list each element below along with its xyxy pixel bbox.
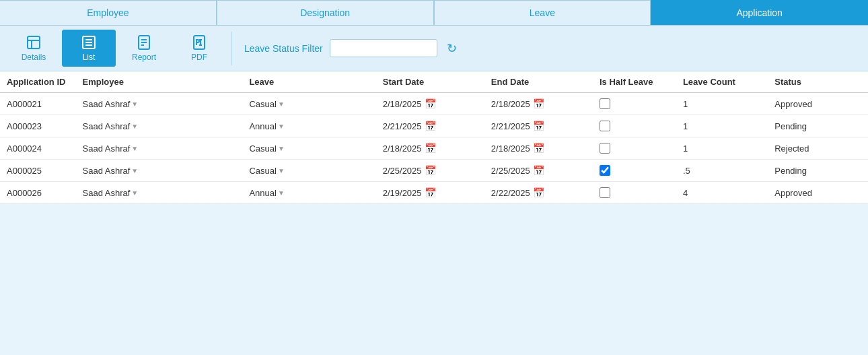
col-header-leave: Leave	[242, 71, 375, 93]
cell-start-date: 2/18/2025 📅	[376, 137, 484, 160]
half-leave-checkbox[interactable]	[600, 98, 610, 109]
toolbar-separator	[231, 32, 232, 65]
table-row: A000026 Saad Ashraf ▼ Annual ▼ 2/19/2025…	[0, 182, 868, 204]
leave-dropdown-arrow[interactable]: ▼	[278, 123, 285, 130]
start-date-value: 2/21/2025	[383, 121, 422, 131]
start-date-calendar-icon[interactable]: 📅	[425, 187, 436, 198]
status-badge: Approved	[774, 188, 812, 198]
table-row: A000024 Saad Ashraf ▼ Casual ▼ 2/18/2025…	[0, 137, 868, 160]
employee-name: Saad Ashraf	[83, 166, 131, 176]
half-leave-checkbox[interactable]	[600, 121, 610, 131]
cell-employee: Saad Ashraf ▼	[76, 160, 243, 182]
toolbar: Details List Report PDF	[0, 26, 868, 71]
start-date-calendar-icon[interactable]: 📅	[425, 98, 436, 109]
cell-start-date: 2/25/2025 📅	[376, 160, 484, 182]
start-date-calendar-icon[interactable]: 📅	[425, 121, 436, 131]
col-header-employee: Employee	[76, 71, 243, 93]
cell-start-date: 2/21/2025 📅	[376, 115, 484, 137]
end-date-calendar-icon[interactable]: 📅	[533, 165, 544, 176]
leave-status-filter[interactable]: Approved Pending Rejected	[330, 39, 437, 57]
leave-type: Annual	[249, 188, 276, 198]
employee-name: Saad Ashraf	[83, 143, 131, 154]
employee-dropdown-arrow[interactable]: ▼	[131, 100, 138, 108]
start-date-value: 2/19/2025	[383, 188, 422, 198]
cell-leave-count: 4	[676, 182, 768, 204]
end-date-calendar-icon[interactable]: 📅	[533, 143, 544, 154]
cell-app-id: A000023	[0, 115, 76, 137]
tab-application[interactable]: Application	[651, 0, 868, 25]
start-date-calendar-icon[interactable]: 📅	[425, 165, 436, 176]
col-header-enddate: End Date	[484, 71, 593, 93]
half-leave-checkbox[interactable]	[600, 143, 610, 154]
cell-status: Approved	[768, 93, 868, 115]
table-row: A000023 Saad Ashraf ▼ Annual ▼ 2/21/2025…	[0, 115, 868, 137]
cell-end-date: 2/25/2025 📅	[484, 160, 593, 182]
leave-dropdown-arrow[interactable]: ▼	[278, 189, 285, 197]
leave-dropdown-arrow[interactable]: ▼	[278, 145, 285, 152]
start-date-calendar-icon[interactable]: 📅	[425, 143, 436, 154]
applications-table-container: Application ID Employee Leave Start Date…	[0, 71, 868, 204]
col-header-leavecount: Leave Count	[676, 71, 768, 93]
end-date-calendar-icon[interactable]: 📅	[533, 187, 544, 198]
leave-dropdown-arrow[interactable]: ▼	[278, 100, 285, 108]
leave-type: Casual	[249, 166, 276, 176]
status-badge: Approved	[774, 99, 812, 109]
cell-leave-count: 1	[676, 93, 768, 115]
col-header-appid: Application ID	[0, 71, 76, 93]
cell-is-half-leave	[593, 115, 676, 137]
cell-status: Pending	[768, 115, 868, 137]
col-header-startdate: Start Date	[376, 71, 484, 93]
cell-leave-count: 1	[676, 137, 768, 160]
list-button[interactable]: List	[62, 30, 116, 67]
end-date-calendar-icon[interactable]: 📅	[533, 98, 544, 109]
cell-end-date: 2/18/2025 📅	[484, 93, 593, 115]
cell-leave-count: 1	[676, 115, 768, 137]
cell-employee: Saad Ashraf ▼	[76, 115, 243, 137]
leave-type: Annual	[249, 121, 276, 131]
end-date-value: 2/22/2025	[491, 188, 530, 198]
employee-dropdown-arrow[interactable]: ▼	[131, 145, 138, 152]
refresh-button[interactable]: ↻	[444, 38, 460, 59]
cell-leave: Annual ▼	[242, 182, 375, 204]
leave-dropdown-arrow[interactable]: ▼	[278, 167, 285, 174]
employee-name: Saad Ashraf	[83, 121, 131, 131]
half-leave-checkbox[interactable]	[600, 187, 610, 198]
end-date-calendar-icon[interactable]: 📅	[533, 121, 544, 131]
cell-employee: Saad Ashraf ▼	[76, 182, 243, 204]
list-icon	[81, 34, 97, 51]
cell-app-id: A000021	[0, 93, 76, 115]
cell-leave: Casual ▼	[242, 137, 375, 160]
cell-leave: Casual ▼	[242, 93, 375, 115]
cell-status: Approved	[768, 182, 868, 204]
cell-is-half-leave	[593, 93, 676, 115]
details-button[interactable]: Details	[7, 30, 61, 67]
employee-name: Saad Ashraf	[83, 99, 131, 109]
cell-status: Rejected	[768, 137, 868, 160]
half-leave-checkbox[interactable]	[600, 165, 610, 176]
refresh-icon: ↻	[447, 42, 457, 55]
cell-leave-count: .5	[676, 160, 768, 182]
cell-employee: Saad Ashraf ▼	[76, 137, 243, 160]
report-button[interactable]: Report	[117, 30, 171, 67]
tab-leave[interactable]: Leave	[434, 0, 651, 25]
cell-end-date: 2/21/2025 📅	[484, 115, 593, 137]
employee-dropdown-arrow[interactable]: ▼	[131, 167, 138, 174]
tab-designation[interactable]: Designation	[217, 0, 434, 25]
cell-is-half-leave	[593, 182, 676, 204]
end-date-value: 2/18/2025	[491, 99, 530, 109]
pdf-button[interactable]: PDF	[172, 30, 226, 67]
employee-dropdown-arrow[interactable]: ▼	[131, 189, 138, 197]
leave-type: Casual	[249, 143, 276, 154]
applications-table: Application ID Employee Leave Start Date…	[0, 71, 868, 204]
status-badge: Pending	[774, 166, 807, 176]
top-navigation: Employee Designation Leave Application	[0, 0, 868, 26]
cell-app-id: A000024	[0, 137, 76, 160]
details-icon	[26, 34, 42, 51]
employee-dropdown-arrow[interactable]: ▼	[131, 123, 138, 130]
pdf-icon	[191, 34, 207, 51]
cell-employee: Saad Ashraf ▼	[76, 93, 243, 115]
tab-employee[interactable]: Employee	[0, 0, 217, 25]
filter-area: Leave Status Filter Approved Pending Rej…	[244, 38, 460, 59]
report-icon	[136, 34, 152, 51]
cell-app-id: A000025	[0, 160, 76, 182]
